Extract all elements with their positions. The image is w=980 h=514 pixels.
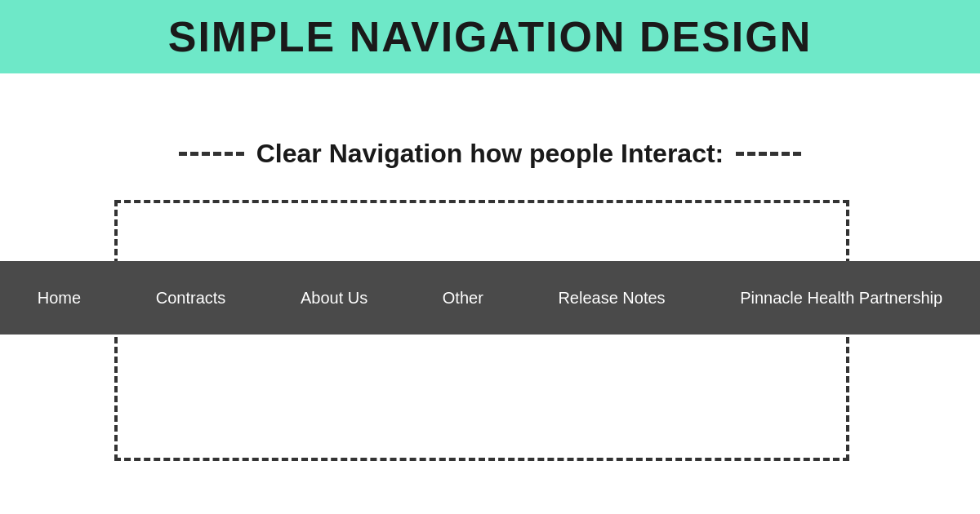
page-title: SIMPLE NAVIGATION DESIGN xyxy=(168,12,813,61)
subtitle-text: Clear Navigation how people Interact: xyxy=(256,139,724,169)
dash-left-decoration xyxy=(179,152,244,156)
nav-item-contracts[interactable]: Contracts xyxy=(144,281,238,316)
nav-item-about-us[interactable]: About Us xyxy=(288,281,380,316)
main-content: Clear Navigation how people Interact: Ho… xyxy=(0,73,980,514)
subtitle-area: Clear Navigation how people Interact: xyxy=(0,139,980,169)
dash-right-decoration xyxy=(736,152,801,156)
nav-item-release-notes[interactable]: Release Notes xyxy=(546,281,677,316)
header-banner: SIMPLE NAVIGATION DESIGN xyxy=(0,0,980,73)
nav-item-home[interactable]: Home xyxy=(25,281,93,316)
nav-item-pinnacle-health-partnership[interactable]: Pinnacle Health Partnership xyxy=(728,281,955,316)
navigation-bar: Home Contracts About Us Other Release No… xyxy=(0,261,980,335)
nav-item-other[interactable]: Other xyxy=(430,281,496,316)
